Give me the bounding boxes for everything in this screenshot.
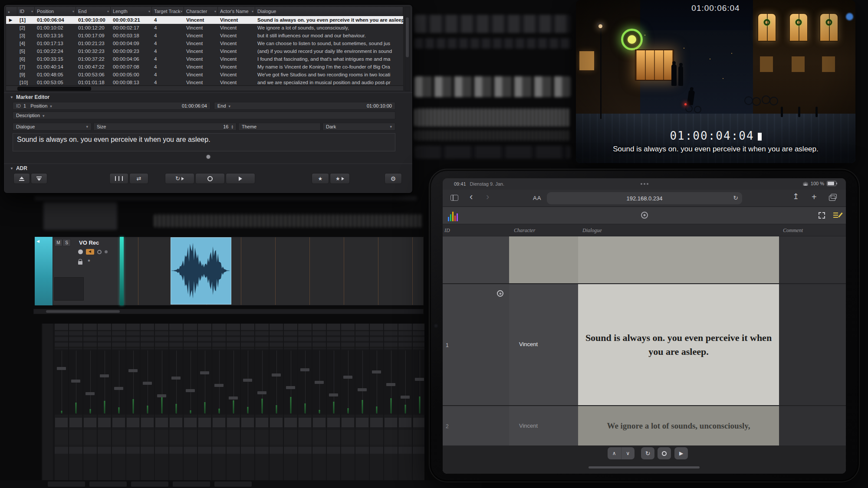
mixer-channel-strip[interactable] (141, 324, 154, 488)
column-header-play[interactable] (6, 7, 17, 16)
chevron-down-icon[interactable] (86, 124, 88, 129)
marker-editor-section-title[interactable]: Marker Editor (10, 94, 49, 100)
column-header-position[interactable]: Position (35, 7, 76, 16)
bottom-tab[interactable] (48, 481, 85, 487)
marker-position-field[interactable]: ID 1 Position 01:00:06:04 (13, 102, 210, 110)
marker-vscrollbar[interactable] (404, 7, 410, 91)
previous-cue-icon[interactable]: ∧ (608, 447, 621, 459)
mixer-channel-strip[interactable] (241, 324, 254, 488)
marker-hscrollbar[interactable] (6, 85, 403, 91)
bottom-tab[interactable] (89, 481, 127, 487)
mixer-channel-strip[interactable] (55, 324, 68, 488)
forward-icon[interactable] (486, 191, 489, 203)
column-header-character[interactable]: Character (184, 7, 218, 16)
audio-clip[interactable] (171, 237, 231, 305)
scrollbar-thumb[interactable] (406, 17, 409, 57)
edit-script-icon[interactable] (833, 211, 841, 219)
track-name[interactable]: VO Rec (79, 239, 99, 246)
stepper-icon[interactable]: ▴▾ (231, 124, 233, 129)
position-value[interactable]: 01:00:06:04 (182, 103, 207, 108)
active-dialogue-cell[interactable]: Sound is always on. you even perceive it… (578, 284, 779, 405)
bottom-tab[interactable] (131, 481, 168, 487)
column-header-dialogue[interactable]: Dialogue (255, 7, 403, 16)
mixer-channel-strip[interactable] (98, 324, 111, 488)
chevron-down-icon[interactable] (47, 103, 52, 108)
sidebar-icon[interactable] (450, 195, 458, 201)
record-status-button[interactable] (658, 447, 671, 459)
mixer-channel-strip[interactable] (398, 324, 412, 488)
bottom-tab[interactable] (173, 481, 210, 487)
chevron-down-icon[interactable] (40, 113, 45, 118)
mixer-channel-strip[interactable] (284, 324, 297, 488)
sync-status-icon[interactable] (641, 212, 648, 219)
end-value[interactable]: 01:00:10:00 (367, 103, 392, 108)
column-header-actor[interactable]: Actor's Name (218, 7, 255, 16)
mixer-channel-strip[interactable] (198, 324, 211, 488)
mixer-channel-strip[interactable] (384, 324, 398, 488)
reader-button[interactable]: AA (533, 195, 541, 201)
url-field[interactable]: 192.168.0.234 (547, 192, 742, 204)
column-header-length[interactable]: Length (111, 7, 152, 16)
loop-button[interactable]: ↻ (641, 447, 654, 459)
bottom-tab[interactable] (214, 481, 252, 487)
dialogue-preview[interactable]: Sound is always on. you even perceive it… (13, 133, 395, 151)
rehearse-mode-button[interactable] (109, 173, 128, 184)
favorite-next-button[interactable] (330, 173, 350, 184)
mixer-channel-strip[interactable] (298, 324, 312, 488)
table-row[interactable]: [3] 01:00:13:16 01:00:17:09 00:00:03:18 … (6, 32, 403, 39)
home-indicator[interactable] (589, 466, 700, 468)
next-dialogue-cell[interactable]: We ignore a lot of sounds, unconsciously… (578, 406, 779, 445)
column-header-id[interactable]: ID (17, 7, 35, 16)
mixer-channel-strip[interactable] (212, 324, 226, 488)
mute-button[interactable]: M (54, 239, 62, 246)
input-icon[interactable] (97, 250, 102, 254)
mixer-channel-strip[interactable] (83, 324, 97, 488)
column-header-target-track[interactable]: Target Track (152, 7, 184, 16)
play-button[interactable] (226, 173, 255, 184)
monitor-icon[interactable] (86, 249, 94, 255)
mixer-channel-strip[interactable] (169, 324, 183, 488)
mixer-channel-strip[interactable] (227, 324, 240, 488)
back-icon[interactable] (470, 191, 473, 203)
mixer-channel-strip[interactable] (255, 324, 269, 488)
mixer-channel-strip[interactable] (69, 324, 82, 488)
next-cue-icon[interactable]: ∨ (621, 447, 635, 459)
refresh-icon[interactable] (733, 194, 738, 201)
mixer-channel-strip[interactable] (355, 324, 369, 488)
chevron-down-icon[interactable] (226, 103, 231, 108)
master-strip[interactable] (43, 324, 53, 488)
swap-mode-button[interactable] (129, 173, 148, 184)
settings-button[interactable] (385, 173, 402, 184)
adr-section-title[interactable]: ADR (10, 165, 27, 171)
mixer-channel-strip[interactable] (112, 324, 125, 488)
table-row[interactable]: [4] 01:00:17:13 01:00:21:23 00:00:04:09 … (6, 39, 403, 47)
mixer-channel-strip[interactable] (327, 324, 340, 488)
resize-handle[interactable] (205, 154, 211, 160)
mixer-channel-strip[interactable] (312, 324, 326, 488)
mixer-channel-strip[interactable] (270, 324, 283, 488)
timeline-lane[interactable] (122, 237, 424, 305)
record-button[interactable] (195, 173, 225, 184)
column-header-end[interactable]: End (76, 7, 111, 16)
rehearse-loop-button[interactable] (165, 173, 194, 184)
tabs-icon[interactable] (829, 196, 835, 201)
table-row[interactable]: [9] 01:00:48:05 01:00:53:06 00:00:05:00 … (6, 71, 403, 79)
multitasking-dots-icon[interactable] (641, 183, 648, 185)
lock-icon[interactable] (78, 261, 82, 265)
automation-icon[interactable] (105, 250, 108, 253)
mixer-channel-strip[interactable] (155, 324, 168, 488)
mixer-channel-strip[interactable] (184, 324, 197, 488)
play-button[interactable]: ▶ (674, 447, 688, 459)
table-row[interactable]: [7] 01:00:40:14 01:00:47:22 00:00:07:08 … (6, 63, 403, 71)
theme-dropdown[interactable]: Dark (322, 123, 395, 131)
cue-step-buttons[interactable]: ∧∨ (608, 447, 635, 459)
punch-out-button[interactable] (31, 173, 47, 184)
scrollbar-thumb[interactable] (46, 310, 120, 313)
table-row[interactable]: [5] 01:00:22:24 01:00:32:23 00:00:09:23 … (6, 47, 403, 55)
freeze-icon[interactable] (88, 259, 90, 264)
scrollbar-thumb[interactable] (17, 87, 91, 91)
table-row[interactable]: ▶ [1] 01:00:06:04 01:00:10:00 00:00:03:2… (6, 16, 403, 24)
track-fold-icon[interactable] (36, 239, 39, 243)
mixer-channel-strip[interactable] (370, 324, 383, 488)
chevron-down-icon[interactable] (390, 124, 392, 129)
